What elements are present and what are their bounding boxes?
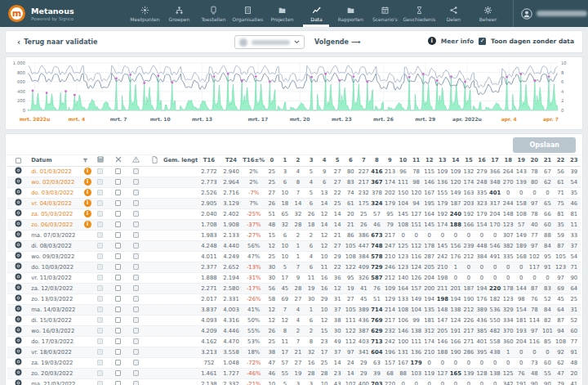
clear-checkbox[interactable] [115,370,121,376]
save-button[interactable]: Opslaan [513,137,576,153]
row-info-icon[interactable]: i [84,221,91,228]
nav-item-organisaties[interactable]: Organisaties [230,0,265,27]
warning-checkbox[interactable] [133,328,139,334]
warning-checkbox[interactable] [133,307,139,312]
visibility-icon[interactable] [15,275,22,282]
row-info-icon[interactable]: i [84,168,91,175]
clear-checkbox[interactable] [115,179,121,185]
warning-checkbox[interactable] [133,179,139,185]
row-info-icon[interactable]: i [84,178,91,186]
visibility-icon[interactable] [15,307,22,314]
hour-value-cell: 279 [475,166,488,177]
clear-checkbox[interactable] [115,307,121,312]
select-all-checkbox[interactable] [16,158,21,163]
clear-checkbox[interactable] [115,285,121,291]
clear-checkbox[interactable] [115,264,121,270]
warning-checkbox[interactable] [133,264,139,270]
warning-checkbox[interactable] [133,222,139,227]
clear-checkbox[interactable] [115,253,121,259]
nav-item-delen[interactable]: Delen [436,0,470,27]
clear-checkbox[interactable] [115,349,121,355]
back-to-validation-link[interactable]: ‹ Terug naar validatie [17,38,98,46]
row-info-icon[interactable]: i [84,189,91,196]
warning-checkbox[interactable] [133,285,139,291]
warning-checkbox[interactable] [133,296,139,302]
nav-item-data[interactable]: Data [299,0,333,27]
visibility-icon[interactable] [15,360,22,367]
hour-value-cell: 131 [397,347,410,357]
clear-checkbox[interactable] [115,232,121,238]
clear-checkbox[interactable] [115,338,121,344]
warning-checkbox[interactable] [133,232,139,238]
hour-value-cell: 448 [475,240,488,251]
visibility-icon[interactable] [15,286,22,293]
warning-checkbox[interactable] [133,360,139,365]
warning-checkbox[interactable] [133,168,139,174]
clear-checkbox[interactable] [115,190,121,195]
more-info-label[interactable]: Meer info [441,38,474,45]
warning-checkbox[interactable] [133,190,139,195]
hour-value-cell: 14 [292,198,305,208]
visibility-icon[interactable] [15,169,22,176]
visibility-icon[interactable] [15,212,22,218]
warning-checkbox[interactable] [133,211,139,217]
clear-checkbox[interactable] [115,211,121,217]
row-info-icon[interactable]: i [84,210,91,217]
clear-checkbox[interactable] [115,317,121,323]
clear-checkbox[interactable] [115,168,121,174]
visibility-icon[interactable] [15,244,22,250]
warning-checkbox[interactable] [133,381,139,385]
visibility-icon[interactable] [15,201,22,208]
nav-item-scenario-s[interactable]: Scenario's [368,0,402,27]
row-info-icon[interactable]: i [84,199,91,207]
visibility-icon[interactable] [15,382,22,385]
nav-item-rapporten[interactable]: Rapporten [333,0,368,27]
clear-checkbox[interactable] [115,360,121,365]
warning-checkbox[interactable] [133,338,139,344]
warning-checkbox[interactable] [133,243,139,248]
visibility-icon[interactable] [15,265,22,271]
visibility-icon[interactable] [15,318,22,325]
visibility-icon[interactable] [15,190,22,197]
clear-checkbox[interactable] [115,243,121,248]
visibility-icon[interactable] [15,339,22,346]
clear-checkbox[interactable] [115,381,121,385]
nav-item-toestellen[interactable]: Toestellen [196,0,230,27]
clear-checkbox[interactable] [115,200,121,206]
meetpunt-selector[interactable] [234,35,305,49]
nav-item-geschiedenis[interactable]: Geschiedenis [402,0,436,27]
visibility-icon[interactable] [15,350,22,356]
svg-text:2: 2 [561,98,564,103]
warning-checkbox[interactable] [133,349,139,355]
warning-checkbox[interactable] [133,370,139,376]
visibility-icon[interactable] [15,180,22,186]
visibility-icon[interactable] [15,254,22,261]
scenarios-icon [381,6,390,15]
warning-checkbox[interactable] [133,317,139,323]
hour-value-cell: 214 [383,304,396,315]
date-cell: wo. 02/03/2022 [31,179,80,186]
nav-item-projecten[interactable]: Projecten [265,0,299,27]
visibility-icon[interactable] [15,297,22,303]
warning-checkbox[interactable] [133,275,139,280]
clear-checkbox[interactable] [115,222,121,227]
warning-checkbox[interactable] [133,200,139,206]
info-icon[interactable]: i [428,37,436,45]
user-menu[interactable] [513,0,588,27]
visibility-icon[interactable] [15,222,22,229]
clear-checkbox[interactable] [115,275,121,280]
visibility-icon[interactable] [15,233,22,240]
nav-item-beheer[interactable]: Beheer [470,0,505,27]
filter-icon[interactable] [82,158,88,163]
visibility-icon[interactable] [15,329,22,335]
clear-checkbox[interactable] [115,296,121,302]
clear-checkbox[interactable] [115,328,121,334]
nav-item-groepen[interactable]: Groepen [162,0,196,27]
next-link[interactable]: Volgende⟶ [314,38,360,46]
show-days-checkbox[interactable] [479,38,486,45]
t24-cell: 3.558 [220,347,242,357]
warning-checkbox[interactable] [133,253,139,259]
hour-value-cell: 87 [528,283,541,293]
nav-item-meetpunten[interactable]: Meetpunten [127,0,162,27]
visibility-icon[interactable] [15,371,22,378]
